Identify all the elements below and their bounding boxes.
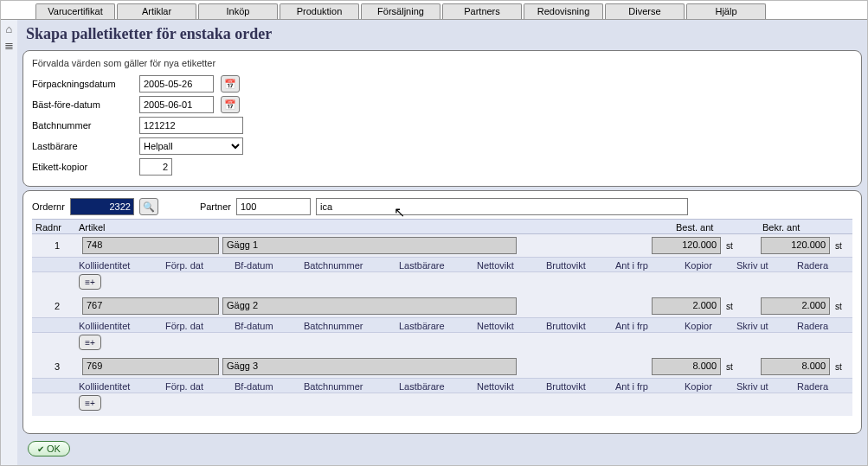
col-skriv: Skriv ut: [736, 379, 797, 394]
tab-varucertifikat[interactable]: Varucertifikat: [35, 3, 115, 19]
tab-produktion[interactable]: Produktion: [280, 3, 359, 19]
tab-inkop[interactable]: Inköp: [198, 3, 278, 19]
col-last: Lastbärare: [399, 258, 477, 273]
col-skriv: Skriv ut: [736, 318, 797, 334]
top-tabs: Varucertifikat Artiklar Inköp Produktion…: [1, 1, 867, 20]
order-top: Ordernr 🔍 Partner: [32, 198, 852, 215]
unit-label: st: [833, 362, 849, 372]
unit-label: st: [833, 302, 849, 311]
article-name[interactable]: Gägg 1: [222, 237, 517, 254]
col-forp: Förp. dat: [165, 318, 235, 334]
col-brutto: Bruttovikt: [546, 318, 615, 334]
partner-label: Partner: [200, 201, 231, 212]
col-radera: Radera: [797, 318, 849, 334]
tab-redovisning[interactable]: Redovisning: [524, 3, 603, 19]
col-batch: Batchnummer: [304, 258, 399, 273]
tab-partners[interactable]: Partners: [442, 3, 522, 19]
sub-row: ≡+: [32, 333, 852, 355]
add-row-button[interactable]: ≡+: [79, 395, 101, 411]
tab-diverse[interactable]: Diverse: [605, 3, 685, 19]
batch-label: Batchnummer: [32, 120, 132, 131]
col-netto: Nettovikt: [477, 379, 546, 394]
row-number: 1: [35, 240, 79, 251]
col-radera: Radera: [797, 258, 849, 273]
list-icon[interactable]: ≣: [4, 40, 14, 51]
col-kolli: Kolliidentitet: [79, 379, 165, 394]
article-name[interactable]: Gägg 3: [222, 358, 517, 375]
best-qty[interactable]: 120.000: [652, 237, 721, 254]
col-bf: Bf-datum: [235, 318, 304, 334]
partner-name-input[interactable]: [316, 198, 688, 215]
unit-label: st: [833, 241, 849, 251]
calendar-icon[interactable]: 📅: [221, 75, 240, 93]
order-row: 2 767 Gägg 2 2.000 st 2.000 st: [32, 295, 852, 317]
bottom-bar: OK: [23, 437, 862, 460]
col-frp: Ant i frp: [615, 258, 685, 273]
order-grid-header: Radnr Artikel Best. ant Bekr. ant: [32, 219, 852, 234]
copies-input[interactable]: [139, 158, 172, 176]
left-rail: ⌂ ≣: [1, 20, 17, 465]
col-forp: Förp. dat: [165, 258, 235, 273]
col-netto: Nettovikt: [477, 258, 546, 273]
best-qty[interactable]: 2.000: [652, 297, 721, 315]
col-artikel: Artikel: [79, 220, 676, 235]
bbd-label: Bäst-före-datum: [32, 99, 132, 110]
col-brutto: Bruttovikt: [546, 379, 615, 394]
defaults-panel: Förvalda värden som gäller för nya etike…: [23, 50, 862, 187]
col-bf: Bf-datum: [235, 379, 304, 394]
col-batch: Batchnummer: [304, 379, 399, 394]
col-last: Lastbärare: [399, 318, 477, 334]
bekr-qty[interactable]: 2.000: [761, 297, 830, 315]
bekr-qty[interactable]: 120.000: [761, 237, 830, 254]
col-batch: Batchnummer: [304, 318, 399, 334]
unit-label: st: [724, 362, 740, 372]
defaults-heading: Förvalda värden som gäller för nya etike…: [32, 58, 852, 68]
unit-label: st: [724, 302, 740, 311]
col-kopior: Kopior: [685, 379, 736, 394]
body-row: ⌂ ≣ Skapa palletiketter för enstaka orde…: [1, 20, 867, 465]
carrier-label: Lastbärare: [32, 141, 132, 151]
row-number: 2: [35, 301, 79, 311]
tab-artiklar[interactable]: Artiklar: [117, 3, 196, 19]
sub-row: ≡+: [32, 393, 852, 416]
article-number[interactable]: 767: [82, 297, 219, 315]
search-icon[interactable]: 🔍: [139, 198, 158, 215]
partner-code-input[interactable]: [236, 198, 311, 215]
bbd-input[interactable]: [139, 96, 214, 113]
article-number[interactable]: 769: [82, 358, 219, 375]
add-row-button[interactable]: ≡+: [79, 335, 101, 350]
best-qty[interactable]: 8.000: [652, 358, 721, 375]
add-row-button[interactable]: ≡+: [79, 274, 101, 290]
sub-header: Kolliidentitet Förp. dat Bf-datum Batchn…: [32, 378, 852, 393]
col-best: Best. ant: [676, 220, 762, 235]
tab-hjalp[interactable]: Hjälp: [686, 3, 766, 19]
sub-header: Kolliidentitet Förp. dat Bf-datum Batchn…: [32, 317, 852, 333]
copies-label: Etikett-kopior: [32, 162, 132, 172]
ordernr-input[interactable]: [70, 198, 134, 215]
ordernr-label: Ordernr: [32, 201, 65, 212]
unit-label: st: [724, 241, 740, 251]
batch-input[interactable]: [139, 117, 243, 134]
ok-button[interactable]: OK: [28, 441, 70, 456]
col-radnr: Radnr: [35, 220, 79, 235]
col-kopior: Kopior: [685, 258, 736, 273]
workarea: Skapa palletiketter för enstaka order Fö…: [17, 20, 867, 465]
sub-header: Kolliidentitet Förp. dat Bf-datum Batchn…: [32, 257, 852, 272]
tab-forsaljning[interactable]: Försäljning: [361, 3, 440, 19]
col-kolli: Kolliidentitet: [79, 318, 165, 334]
col-brutto: Bruttovikt: [546, 258, 615, 273]
pack-date-input[interactable]: [139, 75, 214, 93]
col-bf: Bf-datum: [235, 258, 304, 273]
order-row: 3 769 Gägg 3 8.000 st 8.000 st: [32, 355, 852, 378]
col-kopior: Kopior: [685, 318, 736, 334]
pack-date-label: Förpackningsdatum: [32, 79, 132, 89]
carrier-select[interactable]: Helpall: [139, 137, 243, 155]
article-number[interactable]: 748: [82, 237, 219, 254]
col-skriv: Skriv ut: [736, 258, 797, 273]
col-last: Lastbärare: [399, 379, 477, 394]
home-icon[interactable]: ⌂: [6, 23, 13, 35]
col-frp: Ant i frp: [615, 379, 685, 394]
bekr-qty[interactable]: 8.000: [761, 358, 830, 375]
article-name[interactable]: Gägg 2: [222, 297, 517, 315]
calendar-icon[interactable]: 📅: [221, 96, 240, 113]
